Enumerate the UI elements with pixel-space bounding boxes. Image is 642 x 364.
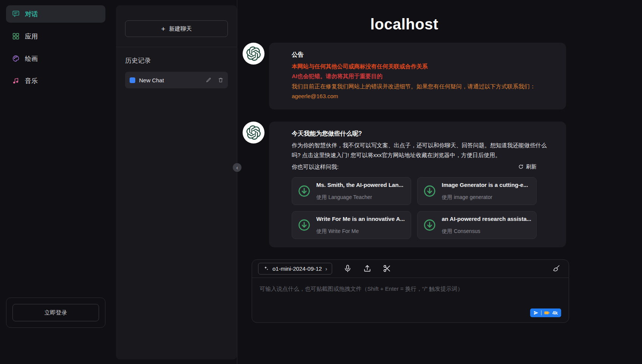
- chat-bubble-icon: [12, 10, 20, 18]
- apps-grid-icon: [12, 32, 20, 40]
- collapse-chevron-icon: ‹: [236, 165, 238, 170]
- suggestion-texts: Image Generator is a cutting-e... 使用 ima…: [442, 180, 528, 202]
- login-button[interactable]: 立即登录: [12, 304, 99, 321]
- history-panel: + 新建聊天 历史记录 New Chat: [116, 5, 237, 359]
- suggestion-texts: Write For Me is an innovative A... 使用 Wr…: [316, 214, 405, 236]
- announcement-line-2: AI也会犯错。请勿将其用于重要目的: [292, 71, 551, 81]
- suggestion-card[interactable]: Ms. Smith, the AI-powered Lan... 使用 Lang…: [292, 177, 411, 205]
- download-circle-icon: [297, 184, 311, 198]
- upload-icon: [363, 264, 371, 273]
- suggestion-card[interactable]: Image Generator is a cutting-e... 使用 ima…: [417, 177, 537, 205]
- sidebar-item-music[interactable]: 音乐: [6, 72, 105, 89]
- sidebar-item-chat[interactable]: 对话: [6, 5, 105, 23]
- send-button[interactable]: 4k: [530, 308, 561, 317]
- suggestions-block: 你也可以这样问我: 刷新 Ms. Smith, the AI-powered L…: [292, 162, 537, 239]
- broom-icon: [552, 264, 560, 273]
- assistant-message-welcome: 今天我能为您做些什么呢? 作为你的智慧伙伴，我不仅可以写文案、出点子，还可以和你…: [243, 122, 566, 247]
- ask-hint-text: 你也可以这样问我:: [292, 162, 339, 172]
- assistant-message-announcement: 公告 本网站与任何其他公司或商标没有任何关联或合作关系 AI也会犯错。请勿将其用…: [243, 43, 566, 110]
- sidebar-item-label: 对话: [25, 10, 38, 19]
- app-window: 对话 应用 绘画 音乐 立即登录 + 新建聊天: [0, 0, 642, 364]
- token-count: 4k: [552, 310, 558, 316]
- suggestion-title: an AI-powered research assista...: [442, 214, 531, 224]
- delete-chat-button[interactable]: [218, 77, 223, 83]
- sparkle-icon: [263, 265, 269, 271]
- welcome-bubble: 今天我能为您做些什么呢? 作为你的智慧伙伴，我不仅可以写文案、出点子，还可以和你…: [269, 122, 566, 247]
- token-battery-icon: [544, 311, 550, 315]
- download-circle-icon: [423, 218, 436, 232]
- clear-context-button[interactable]: [552, 264, 560, 273]
- microphone-button[interactable]: [343, 264, 352, 273]
- sidebar-item-label: 音乐: [25, 77, 38, 85]
- edit-chat-button[interactable]: [206, 77, 211, 83]
- login-box: 立即登录: [6, 298, 105, 328]
- sidebar-item-label: 应用: [25, 32, 38, 41]
- refresh-suggestions-button[interactable]: 刷新: [518, 163, 537, 170]
- screenshot-crop-button[interactable]: [383, 264, 391, 273]
- trash-icon: [218, 77, 223, 83]
- upload-button[interactable]: [363, 264, 371, 273]
- ask-hint-row: 你也可以这样问我: 刷新: [292, 162, 537, 172]
- history-list-item[interactable]: New Chat: [125, 72, 228, 88]
- suggestion-subtitle: 使用 image generator: [442, 193, 528, 202]
- welcome-title: 今天我能为您做些什么呢?: [292, 128, 551, 139]
- welcome-body: 作为你的智慧伙伴，我不仅可以写文案、出点子，还可以和你聊天、回答问题。想知道我还…: [292, 140, 551, 160]
- suggestion-texts: Ms. Smith, the AI-powered Lan... 使用 Lang…: [316, 180, 403, 202]
- pencil-icon: [206, 77, 211, 83]
- panel-divider: ‹: [237, 0, 237, 364]
- suggestion-subtitle: 使用 Consensus: [442, 227, 531, 236]
- assistant-avatar: [243, 43, 265, 65]
- refresh-icon: [518, 164, 524, 170]
- plus-icon: +: [161, 25, 165, 32]
- suggestion-texts: an AI-powered research assista... 使用 Con…: [442, 214, 531, 236]
- history-title: 历史记录: [125, 56, 228, 65]
- microphone-icon: [343, 264, 352, 273]
- suggestion-subtitle: 使用 Language Teacher: [316, 193, 403, 202]
- composer: o1-mini-2024-09-12 ›: [252, 259, 569, 323]
- model-selector[interactable]: o1-mini-2024-09-12 ›: [258, 263, 332, 275]
- chat-item-icon: [130, 77, 135, 83]
- openai-logo-icon: [246, 46, 261, 61]
- new-chat-label: 新建聊天: [169, 25, 192, 32]
- chat-column: localhost 公告 本网站与任何其他公司或商标没有任何关联或合作关系 AI…: [243, 5, 566, 323]
- announcement-title: 公告: [292, 49, 551, 60]
- contact-email-link[interactable]: ageerle@163.com: [292, 91, 338, 101]
- suggestion-title: Image Generator is a cutting-e...: [442, 180, 528, 190]
- paper-plane-icon: [534, 310, 538, 315]
- suggestion-card[interactable]: Write For Me is an innovative A... 使用 Wr…: [292, 211, 411, 239]
- chat-main: localhost 公告 本网站与任何其他公司或商标没有任何关联或合作关系 AI…: [237, 0, 642, 364]
- download-circle-icon: [297, 218, 311, 232]
- page-title: localhost: [243, 16, 566, 33]
- suggestion-subtitle: 使用 Write For Me: [316, 227, 405, 236]
- scissors-icon: [383, 264, 391, 273]
- sidebar-item-drawing[interactable]: 绘画: [6, 50, 105, 67]
- model-label: o1-mini-2024-09-12: [272, 265, 322, 272]
- collapse-sidebar-button[interactable]: ‹: [233, 163, 241, 172]
- openai-logo-icon: [246, 125, 261, 140]
- history-item-title: New Chat: [139, 77, 199, 83]
- suggestion-title: Write For Me is an innovative A...: [316, 214, 405, 224]
- chat-input[interactable]: [252, 278, 569, 322]
- history-divider: [116, 47, 237, 47]
- badge-divider: [541, 310, 541, 315]
- suggestion-card[interactable]: an AI-powered research assista... 使用 Con…: [417, 211, 537, 239]
- sidebar-item-apps[interactable]: 应用: [6, 28, 105, 45]
- sidebar: 对话 应用 绘画 音乐 立即登录: [0, 0, 111, 364]
- sidebar-item-label: 绘画: [25, 54, 38, 63]
- suggestion-title: Ms. Smith, the AI-powered Lan...: [316, 180, 403, 190]
- suggestion-grid: Ms. Smith, the AI-powered Lan... 使用 Lang…: [292, 177, 537, 239]
- announcement-bubble: 公告 本网站与任何其他公司或商标没有任何关联或合作关系 AI也会犯错。请勿将其用…: [269, 43, 566, 110]
- announcement-line-3: 我们目前正在修复我们网站上的错误并改进细节。如果您有任何疑问，请通过以下方式联系…: [292, 82, 551, 91]
- assistant-avatar: [243, 122, 265, 143]
- composer-toolbar: o1-mini-2024-09-12 ›: [252, 260, 569, 278]
- refresh-label: 刷新: [526, 163, 537, 170]
- chevron-right-icon: ›: [325, 265, 327, 272]
- palette-icon: [12, 55, 20, 62]
- composer-body: 4k: [252, 278, 569, 322]
- new-chat-button[interactable]: + 新建聊天: [125, 20, 228, 37]
- music-note-icon: [12, 77, 20, 85]
- download-circle-icon: [423, 184, 436, 198]
- announcement-line-1: 本网站与任何其他公司或商标没有任何关联或合作关系: [292, 62, 551, 71]
